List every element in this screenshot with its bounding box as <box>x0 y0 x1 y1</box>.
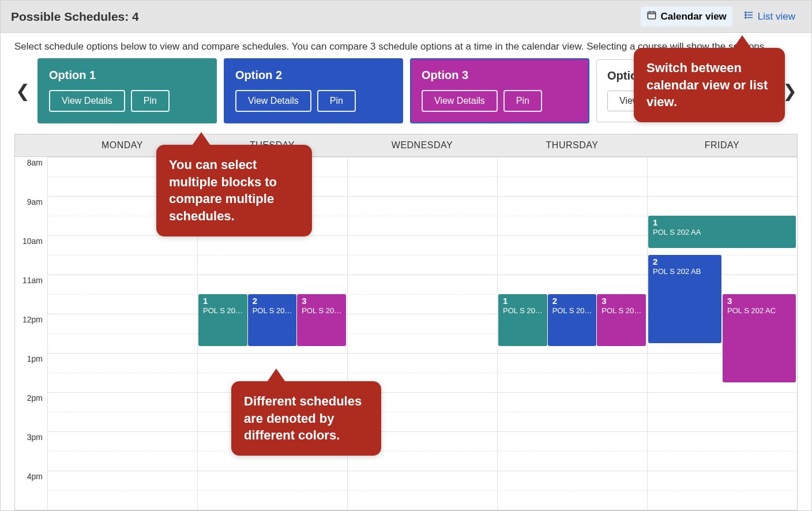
calendar-header: MONDAY TUESDAY WEDNESDAY THURSDAY FRIDAY <box>15 134 797 157</box>
day-wednesday: WEDNESDAY <box>347 134 497 156</box>
calendar-icon <box>646 10 657 23</box>
option-2-view-details-button[interactable]: View Details <box>235 90 311 112</box>
svg-point-1 <box>745 12 746 13</box>
svg-rect-0 <box>648 12 656 19</box>
option-1-label: Option 1 <box>49 69 205 82</box>
time-label-t14: 2pm <box>15 393 45 403</box>
time-label-t12: 12pm <box>15 315 45 324</box>
calendar: MONDAY TUESDAY WEDNESDAY THURSDAY FRIDAY… <box>14 134 798 510</box>
option-card-2[interactable]: Option 2 View Details Pin <box>224 58 403 123</box>
event-fri-ac[interactable]: 3 POL S 202 AC <box>723 294 796 382</box>
option-1-view-details-button[interactable]: View Details <box>49 90 125 112</box>
time-label-t8: 8am <box>15 158 45 167</box>
event-course: POL S 20… <box>253 306 294 315</box>
event-num: 3 <box>602 296 642 306</box>
view-toggle: Calendar view List view <box>641 6 801 27</box>
event-thu-1[interactable]: 1 POL S 20… <box>498 294 547 346</box>
svg-point-3 <box>745 17 746 18</box>
option-1-pin-button[interactable]: Pin <box>131 90 170 112</box>
time-label-t10: 10am <box>15 236 45 246</box>
callout-switch-view: Switch between calendar view or list vie… <box>634 48 785 122</box>
event-course: POL S 202 AA <box>653 228 792 236</box>
time-label-t11: 11am <box>15 276 45 285</box>
event-course: POL S 20… <box>602 306 642 315</box>
time-label-t15: 3pm <box>15 433 45 442</box>
event-num: 2 <box>552 296 593 306</box>
day-friday: FRIDAY <box>647 134 797 156</box>
callout-text: Switch between calendar view or list vie… <box>646 61 768 109</box>
title-prefix: Possible Schedules: <box>11 10 132 23</box>
event-thu-2[interactable]: 2 POL S 20… <box>548 294 597 346</box>
event-tue-3[interactable]: 3 POL S 20… <box>297 294 346 346</box>
calendar-body[interactable]: 8am9am10am11am12pm1pm2pm3pm4pm 1 POL S 2… <box>15 157 797 510</box>
option-card-1[interactable]: Option 1 View Details Pin <box>37 58 217 123</box>
time-label-t16: 4pm <box>15 472 45 481</box>
option-3-label: Option 3 <box>422 69 578 82</box>
event-course: POL S 20… <box>552 306 593 315</box>
event-course: POL S 20… <box>503 306 544 315</box>
day-thursday: THURSDAY <box>497 134 647 156</box>
callout-text: You can select multiple blocks to compar… <box>169 157 277 223</box>
list-view-label: List view <box>758 11 795 22</box>
event-num: 3 <box>302 296 343 306</box>
option-2-pin-button[interactable]: Pin <box>317 90 356 112</box>
event-fri-aa[interactable]: 1 POL S 202 AA <box>648 216 796 248</box>
callout-text: Different schedules are denoted by diffe… <box>244 394 362 442</box>
event-course: POL S 202 AC <box>727 306 792 315</box>
calendar-view-button[interactable]: Calendar view <box>641 6 732 27</box>
svg-point-2 <box>745 14 746 16</box>
callout-color-coding: Different schedules are denoted by diffe… <box>231 381 381 456</box>
chevron-left-icon[interactable]: ❮ <box>14 81 31 101</box>
option-card-3[interactable]: Option 3 View Details Pin <box>410 58 589 123</box>
list-icon <box>744 10 754 23</box>
event-num: 2 <box>653 257 718 267</box>
event-tue-2[interactable]: 2 POL S 20… <box>248 294 297 346</box>
topbar: Possible Schedules: 4 Calendar view List… <box>1 1 811 33</box>
event-tue-1[interactable]: 1 POL S 20… <box>198 294 247 346</box>
option-2-label: Option 2 <box>235 69 392 82</box>
time-label-t13: 1pm <box>15 354 45 363</box>
event-num: 1 <box>653 218 792 228</box>
callout-compare-schedules: You can select multiple blocks to compar… <box>156 145 312 236</box>
event-num: 3 <box>727 296 792 306</box>
time-label-t9: 9am <box>15 197 45 206</box>
event-num: 2 <box>253 296 294 306</box>
calendar-view-label: Calendar view <box>660 11 726 22</box>
title-count: 4 <box>132 10 139 23</box>
event-num: 1 <box>203 296 244 306</box>
event-num: 1 <box>503 296 544 306</box>
event-fri-ab[interactable]: 2 POL S 202 AB <box>648 255 721 343</box>
page-title: Possible Schedules: 4 <box>11 10 139 24</box>
event-thu-3[interactable]: 3 POL S 20… <box>597 294 646 346</box>
list-view-button[interactable]: List view <box>738 6 801 27</box>
option-3-view-details-button[interactable]: View Details <box>422 90 498 112</box>
event-course: POL S 20… <box>203 306 244 315</box>
app-root: Possible Schedules: 4 Calendar view List… <box>0 0 812 511</box>
option-3-pin-button[interactable]: Pin <box>503 90 542 112</box>
event-course: POL S 20… <box>302 306 343 315</box>
event-course: POL S 202 AB <box>653 267 718 276</box>
